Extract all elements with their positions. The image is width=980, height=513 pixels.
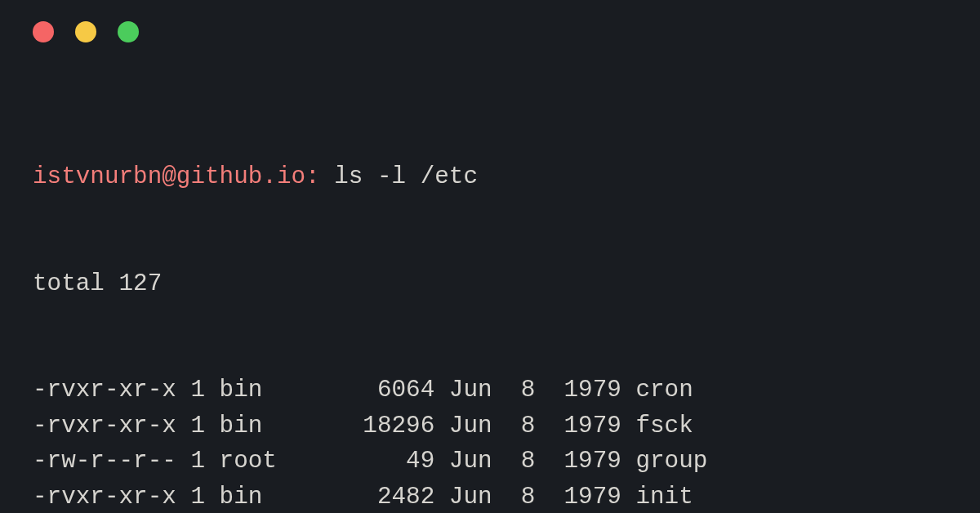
- listing-row: -rvxr-xr-x 1 bin 6064 Jun 8 1979 cron: [33, 372, 947, 408]
- close-icon[interactable]: [33, 21, 54, 42]
- terminal-window: istvnurbn@github.io: ls -l /etc total 12…: [0, 0, 980, 513]
- minimize-icon[interactable]: [75, 21, 96, 42]
- listing-row: -rvxr-xr-x 1 bin 2482 Jun 8 1979 init: [33, 480, 947, 514]
- listing-rows: -rvxr-xr-x 1 bin 6064 Jun 8 1979 cron-rv…: [33, 372, 947, 513]
- listing-row: -rvxr-xr-x 1 bin 18296 Jun 8 1979 fsck: [33, 408, 947, 444]
- prompt-line: istvnurbn@github.io: ls -l /etc: [33, 159, 947, 195]
- terminal-output[interactable]: istvnurbn@github.io: ls -l /etc total 12…: [33, 88, 947, 513]
- prompt-command: ls -l /etc: [334, 163, 478, 190]
- zoom-icon[interactable]: [118, 21, 139, 42]
- total-line: total 127: [33, 266, 947, 302]
- prompt-user-host: istvnurbn@github.io:: [33, 163, 320, 190]
- window-titlebar: [33, 21, 139, 42]
- listing-row: -rw-r--r-- 1 root 49 Jun 8 1979 group: [33, 444, 947, 480]
